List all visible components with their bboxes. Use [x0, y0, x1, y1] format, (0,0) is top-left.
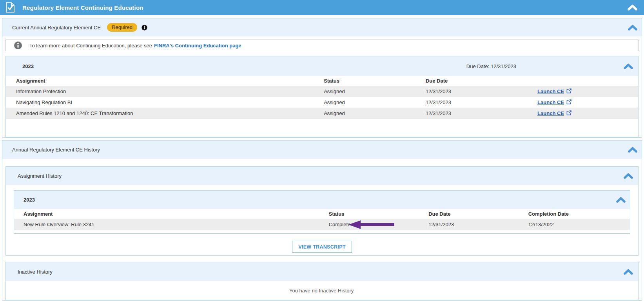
current-year-panel: 2023 Due Date: 12/31/2023 Assignment Sta… — [5, 56, 639, 137]
info-icon — [14, 41, 22, 49]
banner-text: To learn more about Continuing Education… — [29, 43, 152, 49]
launch-ce-cell: Launch CE — [521, 88, 638, 94]
inactive-history-panel: Inactive History You have no Inactive Hi… — [5, 262, 639, 300]
inactive-history-empty-message: You have no Inactive History. — [6, 281, 638, 300]
assignment-status: Complete — [323, 219, 423, 230]
assignment-name: Navigating Regulation BI — [6, 99, 317, 105]
view-transcript-button[interactable]: VIEW TRANSCRIPT — [292, 241, 352, 253]
required-badge: Required — [107, 23, 137, 32]
due-date-label: Due Date: 12/31/2023 — [466, 63, 516, 69]
year-label: 2023 — [24, 197, 35, 203]
history-title: Annual Regulatory Element CE History — [12, 147, 100, 153]
history-year-panel: 2023 Assignment Status Due Date Completi… — [14, 190, 630, 234]
table-row: Amended Rules 1210 and 1240: CE Transfor… — [6, 108, 638, 119]
table-row: New Rule Overview: Rule 3241 Complete 12… — [14, 219, 630, 230]
assignment-due-date: 12/31/2023 — [419, 110, 521, 116]
launch-ce-link[interactable]: Launch CE — [537, 88, 564, 94]
panel-bottom-spacer — [14, 230, 630, 233]
info-icon[interactable] — [141, 25, 147, 31]
external-link-icon — [566, 99, 571, 105]
launch-ce-cell: Launch CE — [521, 99, 638, 105]
launch-ce-link[interactable]: Launch CE — [537, 99, 564, 105]
launch-ce-link[interactable]: Launch CE — [537, 110, 564, 116]
assignment-history-title: Assignment History — [18, 173, 62, 179]
launch-ce-cell: Launch CE — [521, 110, 638, 116]
current-ce-header: Current Annual Regulatory Element CE Req… — [2, 18, 642, 36]
assignment-completion-date: 12/13/2022 — [523, 222, 630, 227]
assignment-due-date: 12/31/2023 — [419, 99, 521, 105]
history-table-header: Assignment Status Due Date Completion Da… — [14, 209, 630, 219]
current-ce-card: Current Annual Regulatory Element CE Req… — [2, 18, 642, 138]
assignments-table-header: Assignment Status Due Date — [6, 76, 638, 86]
external-link-icon — [566, 88, 571, 94]
assignment-name: New Rule Overview: Rule 3241 — [14, 222, 323, 227]
assignment-name: Amended Rules 1210 and 1240: CE Transfor… — [6, 110, 317, 116]
column-header-status: Status — [323, 209, 423, 219]
continuing-education-info-banner: To learn more about Continuing Education… — [5, 40, 639, 51]
transcript-button-row: VIEW TRANSCRIPT — [6, 241, 638, 253]
history-year-panel-header: 2023 — [14, 191, 630, 209]
inactive-history-collapse-chevron-up-icon[interactable] — [623, 269, 633, 275]
annotation-arrow-left — [348, 220, 394, 229]
column-header-due-date: Due Date — [423, 211, 523, 217]
history-header: Annual Regulatory Element CE History — [2, 141, 642, 159]
table-row: Navigating Regulation BI Assigned 12/31/… — [6, 97, 638, 108]
collapse-section-chevron-up-icon[interactable] — [627, 4, 638, 11]
current-ce-title: Current Annual Regulatory Element CE — [12, 25, 101, 31]
current-year-panel-header: 2023 Due Date: 12/31/2023 — [6, 56, 638, 76]
table-row: Information Protection Assigned 12/31/20… — [6, 86, 638, 97]
assignment-name: Information Protection — [6, 88, 317, 94]
status-value: Complete — [329, 222, 351, 227]
column-header-completion-date: Completion Date — [523, 211, 630, 217]
column-header-assignment: Assignment — [14, 211, 323, 217]
column-header-assignment: Assignment — [6, 78, 317, 84]
assignment-status: Assigned — [317, 88, 419, 94]
history-year-collapse-chevron-up-icon[interactable] — [616, 197, 626, 203]
column-header-status: Status — [317, 78, 419, 84]
assignment-history-panel: Assignment History 2023 Assignment Statu… — [5, 166, 639, 256]
assignment-status: Assigned — [317, 99, 419, 105]
page-title-bar: Regulatory Element Continuing Education — [0, 0, 644, 15]
inactive-history-header: Inactive History — [6, 262, 638, 281]
document-check-icon — [5, 2, 15, 13]
assignment-due-date: 12/31/2023 — [419, 88, 521, 94]
assignment-history-collapse-chevron-up-icon[interactable] — [623, 173, 633, 179]
history-collapse-chevron-up-icon[interactable] — [628, 147, 638, 153]
history-card: Annual Regulatory Element CE History Ass… — [2, 140, 642, 301]
finra-continuing-education-link[interactable]: FINRA's Continuing Education page — [154, 43, 241, 49]
current-ce-collapse-chevron-up-icon[interactable] — [628, 25, 638, 31]
column-header-due-date: Due Date — [419, 78, 521, 84]
assignment-due-date: 12/31/2023 — [423, 222, 523, 227]
assignment-history-header: Assignment History — [6, 167, 638, 185]
page-title: Regulatory Element Continuing Education — [22, 4, 143, 11]
year-label: 2023 — [22, 63, 34, 69]
panel-bottom-spacer — [6, 119, 638, 137]
external-link-icon — [566, 110, 571, 115]
year-panel-collapse-chevron-up-icon[interactable] — [623, 63, 633, 69]
assignment-status: Assigned — [317, 110, 419, 116]
inactive-history-title: Inactive History — [18, 269, 53, 275]
